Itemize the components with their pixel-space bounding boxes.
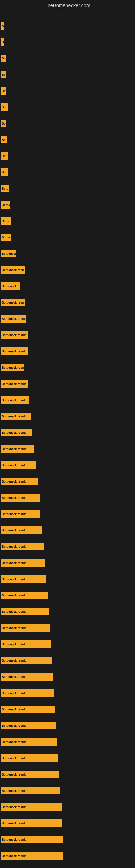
bar-27[interactable]: Bottleneck result (1, 445, 34, 453)
bar-34[interactable]: Bottleneck result (1, 559, 45, 567)
bar-item-1: B (1, 22, 4, 30)
bar-item-5: Bo (1, 87, 6, 95)
bar-22[interactable]: Bottleneck resu (1, 364, 24, 371)
bar-28[interactable]: Bottleneck result (1, 461, 36, 469)
bar-label-39: Bottleneck result (2, 643, 26, 646)
bar-item-40: Bottleneck result (1, 657, 52, 664)
bar-item-33: Bottleneck result (1, 543, 44, 550)
bar-2[interactable]: B (1, 38, 4, 46)
bar-24[interactable]: Bottleneck result (1, 396, 29, 404)
bar-item-24: Bottleneck result (1, 396, 29, 404)
bar-45[interactable]: Bottleneck result (1, 738, 57, 746)
bar-37[interactable]: Bottleneck result (1, 608, 49, 616)
bar-label-41: Bottleneck result (2, 675, 26, 678)
bar-label-2: B (2, 40, 4, 44)
bar-label-26: Bottleneck result (2, 431, 26, 434)
bar-item-6: Bot (1, 103, 8, 111)
bar-1[interactable]: B (1, 22, 4, 30)
bar-17[interactable]: Bottleneck r (1, 282, 20, 290)
bar-3[interactable]: Bo (1, 55, 6, 62)
bar-10[interactable]: Bott (1, 168, 8, 176)
bar-item-46: Bottleneck result (1, 754, 58, 762)
bar-46[interactable]: Bottleneck result (1, 754, 58, 762)
bar-label-31: Bottleneck result (2, 513, 26, 516)
bar-25[interactable]: Bottleneck result (1, 412, 31, 420)
bar-31[interactable]: Bottleneck result (1, 510, 40, 518)
bar-item-16: Bottleneck resu (1, 266, 25, 274)
bar-43[interactable]: Bottleneck result (1, 706, 55, 713)
bar-label-46: Bottleneck result (2, 756, 26, 760)
bar-7[interactable]: Bo (1, 120, 6, 127)
bar-item-41: Bottleneck result (1, 673, 53, 681)
bar-21[interactable]: Bottleneck result (1, 347, 28, 355)
bar-32[interactable]: Bottleneck result (1, 527, 42, 534)
bar-item-28: Bottleneck result (1, 461, 36, 469)
bar-20[interactable]: Bottleneck result (1, 331, 28, 339)
bar-47[interactable]: Bottleneck result (1, 771, 59, 778)
bar-item-32: Bottleneck result (1, 527, 42, 534)
bar-item-20: Bottleneck result (1, 331, 28, 339)
bar-36[interactable]: Bottleneck result (1, 592, 48, 599)
bar-label-13: Bottle (2, 219, 10, 223)
bar-38[interactable]: Bottleneck result (1, 624, 50, 632)
bar-item-19: Bottleneck result (1, 315, 26, 322)
bar-item-8: Bo (1, 136, 7, 144)
bar-41[interactable]: Bottleneck result (1, 673, 53, 681)
bar-label-36: Bottleneck result (2, 594, 26, 597)
bar-label-28: Bottleneck result (2, 464, 26, 467)
bar-29[interactable]: Bottleneck result (1, 478, 38, 485)
bar-label-48: Bottleneck result (2, 789, 26, 792)
bar-26[interactable]: Bottleneck result (1, 429, 32, 436)
bar-33[interactable]: Bottleneck result (1, 543, 44, 550)
bar-label-15: Bottleneck (2, 252, 16, 255)
bar-11[interactable]: Bott (1, 185, 9, 192)
bar-18[interactable]: Bottleneck resu (1, 299, 25, 306)
bar-item-15: Bottleneck (1, 250, 16, 257)
bar-item-25: Bottleneck result (1, 412, 31, 420)
bar-item-44: Bottleneck result (1, 722, 56, 730)
bar-40[interactable]: Bottleneck result (1, 657, 52, 664)
bar-35[interactable]: Bottleneck result (1, 575, 46, 583)
bar-label-21: Bottleneck result (2, 350, 26, 353)
bar-6[interactable]: Bot (1, 103, 8, 111)
bar-9[interactable]: Bot (1, 152, 8, 160)
bar-4[interactable]: Bo (1, 71, 6, 79)
bar-item-4: Bo (1, 71, 6, 79)
bar-label-29: Bottleneck result (2, 480, 26, 483)
bar-42[interactable]: Bottleneck result (1, 689, 54, 697)
bar-label-50: Bottleneck result (2, 822, 26, 825)
bar-19[interactable]: Bottleneck result (1, 315, 26, 322)
bar-5[interactable]: Bo (1, 87, 6, 95)
bar-30[interactable]: Bottleneck result (1, 494, 40, 501)
site-title: TheBottlenecker.com (0, 0, 135, 12)
bar-52[interactable]: Bottleneck result (1, 852, 63, 860)
bar-item-3: Bo (1, 55, 6, 62)
bar-48[interactable]: Bottleneck result (1, 787, 60, 795)
bar-label-34: Bottleneck result (2, 561, 26, 564)
bar-item-51: Bottleneck result (1, 836, 63, 843)
bar-label-45: Bottleneck result (2, 740, 26, 744)
bar-51[interactable]: Bottleneck result (1, 836, 63, 843)
bar-item-47: Bottleneck result (1, 771, 59, 778)
bar-8[interactable]: Bo (1, 136, 7, 144)
bar-item-38: Bottleneck result (1, 624, 50, 632)
bar-14[interactable]: Bottle (1, 234, 11, 241)
bar-15[interactable]: Bottleneck (1, 250, 16, 257)
bar-12[interactable]: Bottle (1, 201, 10, 209)
bar-13[interactable]: Bottle (1, 217, 11, 225)
bar-item-11: Bott (1, 185, 9, 192)
bar-23[interactable]: Bottleneck result (1, 380, 28, 388)
bar-label-4: Bo (2, 73, 6, 76)
bar-item-37: Bottleneck result (1, 608, 49, 616)
bar-50[interactable]: Bottleneck result (1, 819, 62, 827)
bar-item-27: Bottleneck result (1, 445, 34, 453)
bar-49[interactable]: Bottleneck result (1, 803, 61, 811)
bar-44[interactable]: Bottleneck result (1, 722, 56, 730)
bar-label-16: Bottleneck resu (2, 268, 24, 272)
bar-16[interactable]: Bottleneck resu (1, 266, 25, 274)
bar-39[interactable]: Bottleneck result (1, 641, 51, 648)
bar-item-43: Bottleneck result (1, 706, 55, 713)
bar-item-22: Bottleneck resu (1, 364, 24, 371)
bar-label-11: Bott (2, 187, 8, 190)
bar-item-13: Bottle (1, 217, 11, 225)
